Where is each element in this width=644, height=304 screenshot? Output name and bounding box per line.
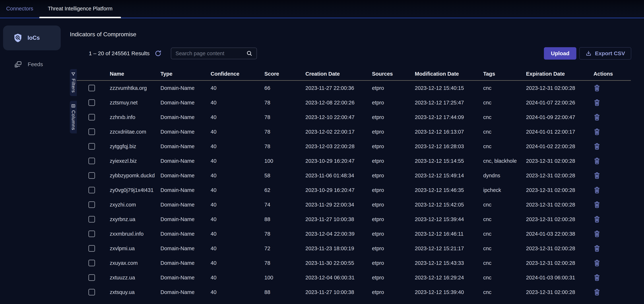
row-checkbox[interactable] (88, 128, 95, 135)
cell-tags: cnc (483, 216, 526, 222)
row-checkbox[interactable] (88, 231, 95, 237)
cell-type: Domain-Name (160, 143, 210, 149)
delete-row-button[interactable] (594, 245, 600, 252)
column-header-score: Score (264, 71, 306, 77)
cell-type: Domain-Name (160, 173, 210, 179)
cell-creation-date: 2023-10-29 16:20:47 (306, 187, 372, 193)
upload-button[interactable]: Upload (544, 47, 576, 60)
cell-creation-date: 2023-11-06 01:48:34 (306, 173, 372, 179)
row-checkbox[interactable] (88, 216, 95, 223)
cell-expiration-date: 2024-01-01 22:00:17 (526, 129, 594, 135)
trash-icon (594, 245, 600, 252)
trash-icon (594, 201, 600, 209)
row-checkbox[interactable] (88, 260, 95, 266)
table-side-tabs: Filters Columns (70, 69, 77, 133)
table-row: zytggfqj.biz Domain-Name 40 78 2023-12-0… (76, 139, 631, 154)
trash-icon (594, 274, 600, 282)
cell-modification-date: 2023-12-12 16:13:07 (415, 129, 483, 135)
tab-threat-intelligence-platform[interactable]: Threat Intelligence Platform (40, 0, 121, 18)
table-row: zyiexezl.biz Domain-Name 40 100 2023-10-… (76, 154, 631, 168)
cell-sources: etpro (372, 100, 415, 106)
table-row: zzcxdriitae.com Domain-Name 40 78 2023-1… (76, 124, 631, 139)
delete-row-button[interactable] (594, 128, 600, 136)
delete-row-button[interactable] (594, 259, 600, 267)
row-checkbox[interactable] (88, 172, 95, 179)
delete-row-button[interactable] (594, 113, 600, 121)
cell-modification-date: 2023-12-12 17:25:47 (415, 100, 483, 106)
filters-tab[interactable]: Filters (70, 69, 77, 96)
cell-tags: cnc (483, 246, 526, 252)
delete-row-button[interactable] (594, 186, 600, 194)
row-checkbox[interactable] (88, 85, 95, 91)
row-checkbox[interactable] (88, 187, 95, 193)
cell-sources: etpro (372, 143, 415, 149)
export-csv-button[interactable]: Export CSV (579, 47, 631, 60)
search-box (171, 47, 257, 59)
cell-type: Domain-Name (160, 129, 210, 135)
cell-confidence: 40 (210, 187, 264, 193)
table-row: zzzvumhtka.org Domain-Name 40 66 2023-11… (76, 81, 631, 95)
delete-row-button[interactable] (594, 143, 600, 150)
row-checkbox[interactable] (88, 143, 95, 150)
cell-type: Domain-Name (160, 216, 210, 222)
cell-score: 58 (264, 173, 306, 179)
cell-sources: etpro (372, 85, 415, 91)
cell-modification-date: 2023-12-12 15:46:35 (415, 187, 483, 193)
funnel-icon (71, 72, 76, 76)
row-checkbox[interactable] (88, 289, 95, 296)
delete-row-button[interactable] (594, 274, 600, 282)
cell-tags: cnc, blackhole (483, 158, 526, 164)
cell-tags: ipcheck (483, 187, 526, 193)
delete-row-button[interactable] (594, 99, 600, 106)
cell-expiration-date: 2024-01-09 22:00:47 (526, 114, 594, 120)
cell-creation-date: 2023-11-23 18:00:19 (306, 246, 372, 252)
delete-row-button[interactable] (594, 230, 600, 238)
top-tab-bar: Connectors Threat Intelligence Platform (0, 0, 644, 18)
cell-creation-date: 2023-12-04 22:00:39 (306, 231, 372, 237)
row-checkbox[interactable] (88, 158, 95, 164)
search-input[interactable] (176, 50, 246, 56)
delete-row-button[interactable] (594, 215, 600, 223)
cell-name: zzhrxb.info (110, 114, 160, 120)
cell-score: 88 (264, 289, 306, 295)
column-header-type: Type (160, 71, 210, 77)
row-checkbox[interactable] (88, 274, 95, 281)
search-icon[interactable] (246, 50, 252, 56)
cell-type: Domain-Name (160, 202, 210, 208)
sidebar-item-feeds[interactable]: Feeds (0, 60, 64, 68)
toolbar: 1 – 20 of 245561 Results Upload (70, 47, 631, 60)
trash-icon (594, 84, 600, 92)
sidebar-item-iocs[interactable]: IoCs (3, 25, 61, 50)
tab-connectors[interactable]: Connectors (0, 0, 40, 18)
cell-modification-date: 2023-12-12 15:39:40 (415, 289, 483, 295)
cell-sources: etpro (372, 246, 415, 252)
cell-creation-date: 2023-12-10 22:00:47 (306, 114, 372, 120)
cell-confidence: 40 (210, 129, 264, 135)
cell-type: Domain-Name (160, 158, 210, 164)
sidebar: IoCs Feeds (0, 18, 64, 304)
columns-tab[interactable]: Columns (70, 101, 77, 134)
cell-score: 78 (264, 114, 306, 120)
cell-confidence: 40 (210, 231, 264, 237)
cell-expiration-date: 2023-12-31 02:00:28 (526, 173, 594, 179)
download-icon (586, 50, 592, 56)
cell-sources: etpro (372, 216, 415, 222)
delete-row-button[interactable] (594, 84, 600, 92)
cell-expiration-date: 2023-12-31 02:00:28 (526, 216, 594, 222)
row-checkbox[interactable] (88, 114, 95, 120)
cell-sources: etpro (372, 187, 415, 193)
delete-row-button[interactable] (594, 157, 600, 165)
cell-tags: cnc (483, 85, 526, 91)
cell-modification-date: 2023-12-12 15:39:44 (415, 216, 483, 222)
cell-modification-date: 2023-12-12 16:46:11 (415, 231, 483, 237)
refresh-button[interactable] (154, 49, 162, 57)
cell-name: zxyzhi.com (110, 202, 160, 208)
row-checkbox[interactable] (88, 99, 95, 106)
row-checkbox[interactable] (88, 201, 95, 208)
delete-row-button[interactable] (594, 172, 600, 179)
cell-sources: etpro (372, 158, 415, 164)
row-checkbox[interactable] (88, 245, 95, 252)
delete-row-button[interactable] (594, 288, 600, 296)
cell-tags: dyndns (483, 173, 526, 179)
delete-row-button[interactable] (594, 201, 600, 209)
